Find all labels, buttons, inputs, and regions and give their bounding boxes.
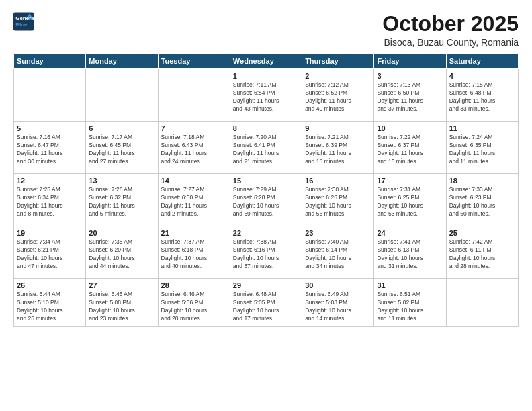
day-number: 5 <box>17 124 83 132</box>
calendar-week-row: 19Sunrise: 7:34 AM Sunset: 6:21 PM Dayli… <box>14 226 519 279</box>
table-row: 11Sunrise: 7:24 AM Sunset: 6:35 PM Dayli… <box>446 122 518 174</box>
table-row: 23Sunrise: 7:40 AM Sunset: 6:14 PM Dayli… <box>302 226 374 279</box>
table-row: 22Sunrise: 7:38 AM Sunset: 6:16 PM Dayli… <box>230 226 302 279</box>
day-info: Sunrise: 7:30 AM Sunset: 6:26 PM Dayligh… <box>305 186 371 218</box>
col-saturday: Saturday <box>446 54 518 69</box>
table-row: 9Sunrise: 7:21 AM Sunset: 6:39 PM Daylig… <box>302 122 374 174</box>
day-info: Sunrise: 7:41 AM Sunset: 6:13 PM Dayligh… <box>377 238 443 271</box>
calendar-header-row: Sunday Monday Tuesday Wednesday Thursday… <box>14 54 519 69</box>
day-info: Sunrise: 6:44 AM Sunset: 5:10 PM Dayligh… <box>17 291 83 323</box>
subtitle: Bisoca, Buzau County, Romania <box>382 37 519 48</box>
day-number: 16 <box>305 177 371 185</box>
table-row: 20Sunrise: 7:35 AM Sunset: 6:20 PM Dayli… <box>86 226 158 279</box>
day-number: 30 <box>305 281 371 289</box>
day-number: 23 <box>305 229 371 237</box>
day-info: Sunrise: 7:13 AM Sunset: 6:50 PM Dayligh… <box>377 81 443 113</box>
day-info: Sunrise: 6:45 AM Sunset: 5:08 PM Dayligh… <box>89 291 154 323</box>
day-number: 4 <box>449 72 515 80</box>
table-row: 1Sunrise: 7:11 AM Sunset: 6:54 PM Daylig… <box>230 69 302 122</box>
day-number: 17 <box>377 177 443 185</box>
day-info: Sunrise: 7:33 AM Sunset: 6:23 PM Dayligh… <box>449 186 515 218</box>
table-row: 25Sunrise: 7:42 AM Sunset: 6:11 PM Dayli… <box>446 226 518 279</box>
col-thursday: Thursday <box>302 54 374 69</box>
calendar-week-row: 5Sunrise: 7:16 AM Sunset: 6:47 PM Daylig… <box>14 122 519 174</box>
logo-icon: General Blue <box>13 12 35 31</box>
calendar-week-row: 12Sunrise: 7:25 AM Sunset: 6:34 PM Dayli… <box>14 174 519 226</box>
table-row: 16Sunrise: 7:30 AM Sunset: 6:26 PM Dayli… <box>302 174 374 226</box>
day-number: 11 <box>449 124 515 132</box>
day-info: Sunrise: 7:17 AM Sunset: 6:45 PM Dayligh… <box>89 134 154 166</box>
calendar-table: Sunday Monday Tuesday Wednesday Thursday… <box>13 53 519 327</box>
day-number: 31 <box>377 281 443 289</box>
day-number: 26 <box>17 281 83 289</box>
table-row: 19Sunrise: 7:34 AM Sunset: 6:21 PM Dayli… <box>14 226 86 279</box>
day-info: Sunrise: 7:27 AM Sunset: 6:30 PM Dayligh… <box>161 186 227 218</box>
day-info: Sunrise: 7:22 AM Sunset: 6:37 PM Dayligh… <box>377 134 443 166</box>
day-info: Sunrise: 7:34 AM Sunset: 6:21 PM Dayligh… <box>17 238 83 271</box>
day-info: Sunrise: 6:48 AM Sunset: 5:05 PM Dayligh… <box>233 291 299 323</box>
day-info: Sunrise: 7:29 AM Sunset: 6:28 PM Dayligh… <box>233 186 299 218</box>
day-number: 6 <box>89 124 154 132</box>
day-number: 24 <box>377 229 443 237</box>
day-number: 21 <box>161 229 227 237</box>
month-title: October 2025 <box>382 12 519 36</box>
day-info: Sunrise: 7:18 AM Sunset: 6:43 PM Dayligh… <box>161 134 227 166</box>
col-sunday: Sunday <box>14 54 86 69</box>
table-row: 4Sunrise: 7:15 AM Sunset: 6:48 PM Daylig… <box>446 69 518 122</box>
table-row: 24Sunrise: 7:41 AM Sunset: 6:13 PM Dayli… <box>374 226 446 279</box>
day-number: 7 <box>161 124 227 132</box>
day-info: Sunrise: 7:40 AM Sunset: 6:14 PM Dayligh… <box>305 238 371 271</box>
table-row: 31Sunrise: 6:51 AM Sunset: 5:02 PM Dayli… <box>374 279 446 327</box>
page: General Blue October 2025 Bisoca, Buzau … <box>0 0 532 411</box>
table-row <box>86 69 158 122</box>
day-info: Sunrise: 6:49 AM Sunset: 5:03 PM Dayligh… <box>305 291 371 323</box>
table-row: 15Sunrise: 7:29 AM Sunset: 6:28 PM Dayli… <box>230 174 302 226</box>
table-row: 27Sunrise: 6:45 AM Sunset: 5:08 PM Dayli… <box>86 279 158 327</box>
calendar-week-row: 26Sunrise: 6:44 AM Sunset: 5:10 PM Dayli… <box>14 279 519 327</box>
day-info: Sunrise: 7:26 AM Sunset: 6:32 PM Dayligh… <box>89 186 154 218</box>
day-info: Sunrise: 7:35 AM Sunset: 6:20 PM Dayligh… <box>89 238 154 271</box>
table-row: 2Sunrise: 7:12 AM Sunset: 6:52 PM Daylig… <box>302 69 374 122</box>
col-tuesday: Tuesday <box>158 54 230 69</box>
table-row: 21Sunrise: 7:37 AM Sunset: 6:18 PM Dayli… <box>158 226 230 279</box>
table-row: 17Sunrise: 7:31 AM Sunset: 6:25 PM Dayli… <box>374 174 446 226</box>
day-info: Sunrise: 7:25 AM Sunset: 6:34 PM Dayligh… <box>17 186 83 218</box>
day-number: 28 <box>161 281 227 289</box>
calendar-week-row: 1Sunrise: 7:11 AM Sunset: 6:54 PM Daylig… <box>14 69 519 122</box>
day-info: Sunrise: 7:12 AM Sunset: 6:52 PM Dayligh… <box>305 81 371 113</box>
table-row <box>446 279 518 327</box>
col-wednesday: Wednesday <box>230 54 302 69</box>
day-info: Sunrise: 7:21 AM Sunset: 6:39 PM Dayligh… <box>305 134 371 166</box>
table-row: 14Sunrise: 7:27 AM Sunset: 6:30 PM Dayli… <box>158 174 230 226</box>
table-row: 7Sunrise: 7:18 AM Sunset: 6:43 PM Daylig… <box>158 122 230 174</box>
day-number: 19 <box>17 229 83 237</box>
table-row: 10Sunrise: 7:22 AM Sunset: 6:37 PM Dayli… <box>374 122 446 174</box>
day-info: Sunrise: 7:31 AM Sunset: 6:25 PM Dayligh… <box>377 186 443 218</box>
day-number: 15 <box>233 177 299 185</box>
table-row: 28Sunrise: 6:46 AM Sunset: 5:06 PM Dayli… <box>158 279 230 327</box>
header: General Blue October 2025 Bisoca, Buzau … <box>13 12 519 48</box>
day-number: 9 <box>305 124 371 132</box>
table-row: 26Sunrise: 6:44 AM Sunset: 5:10 PM Dayli… <box>14 279 86 327</box>
day-number: 20 <box>89 229 154 237</box>
day-info: Sunrise: 6:46 AM Sunset: 5:06 PM Dayligh… <box>161 291 227 323</box>
day-number: 10 <box>377 124 443 132</box>
day-number: 22 <box>233 229 299 237</box>
day-info: Sunrise: 7:15 AM Sunset: 6:48 PM Dayligh… <box>449 81 515 113</box>
day-number: 1 <box>233 72 299 80</box>
day-number: 13 <box>89 177 154 185</box>
day-info: Sunrise: 7:11 AM Sunset: 6:54 PM Dayligh… <box>233 81 299 113</box>
table-row: 13Sunrise: 7:26 AM Sunset: 6:32 PM Dayli… <box>86 174 158 226</box>
table-row: 6Sunrise: 7:17 AM Sunset: 6:45 PM Daylig… <box>86 122 158 174</box>
day-number: 14 <box>161 177 227 185</box>
day-number: 25 <box>449 229 515 237</box>
day-number: 3 <box>377 72 443 80</box>
day-number: 27 <box>89 281 154 289</box>
day-number: 2 <box>305 72 371 80</box>
day-number: 12 <box>17 177 83 185</box>
day-info: Sunrise: 7:42 AM Sunset: 6:11 PM Dayligh… <box>449 238 515 271</box>
day-number: 29 <box>233 281 299 289</box>
table-row: 12Sunrise: 7:25 AM Sunset: 6:34 PM Dayli… <box>14 174 86 226</box>
table-row: 8Sunrise: 7:20 AM Sunset: 6:41 PM Daylig… <box>230 122 302 174</box>
logo: General Blue <box>13 12 35 31</box>
